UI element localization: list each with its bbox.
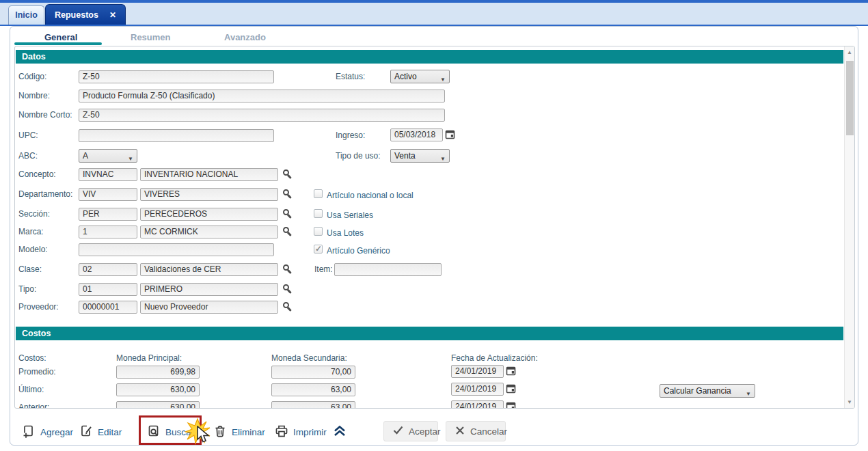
tab-strip [0,0,868,26]
concepto-label: Concepto: [18,169,56,179]
concepto-desc-input[interactable]: INVENTARIO NACIONAL [140,168,278,181]
ingreso-date-input[interactable]: 05/03/2018 [390,128,443,141]
usa-seriales-label: Usa Seriales [327,210,373,220]
concepto-code-input[interactable]: INVNAC [79,168,137,181]
upc-label: UPC: [18,131,38,140]
promedio-label: Promedio: [18,367,56,377]
tab-general[interactable]: General [44,32,77,42]
section-header-costos: Costos [16,327,843,340]
anterior-label: Anterior: [18,402,49,409]
app-window: Inicio Repuestos ✕ General Resumen Avanz… [0,0,868,451]
promedio-principal-input[interactable]: 699,98 [116,366,200,379]
usa-seriales-checkbox[interactable] [314,209,323,218]
promedio-secundaria-input[interactable]: 70,00 [271,366,355,379]
clase-desc-input[interactable]: Validaciones de CER [140,263,278,276]
ultimo-secundaria-input[interactable]: 63,00 [271,383,355,396]
scroll-up-icon[interactable]: ▲ [845,49,854,55]
eliminar-label: Eliminar [232,427,265,437]
cancelar-button[interactable]: Cancelar [446,421,506,441]
scrollbar-thumb[interactable] [846,61,854,135]
anterior-principal-input[interactable]: 630,00 [116,401,200,409]
agregar-label: Agregar [40,427,73,437]
collapse-toolbar-button[interactable] [331,420,348,443]
proveedor-code-input[interactable]: 00000001 [79,301,137,314]
clase-code-input[interactable]: 02 [79,263,137,276]
calendar-icon[interactable] [506,383,516,396]
departamento-desc-input[interactable]: VIVERES [140,188,278,201]
repuestos-panel: General Resumen Avanzado Datos Código: Z… [10,26,858,446]
close-icon[interactable]: ✕ [109,10,116,20]
search-icon[interactable] [283,284,289,290]
modelo-label: Modelo: [18,245,48,254]
calcular-ganancia-select[interactable]: Calcular Ganancia [660,384,755,398]
active-tab-underline [14,42,102,45]
tab-resumen[interactable]: Resumen [131,32,171,42]
seccion-code-input[interactable]: PER [79,208,137,221]
anterior-fecha-input[interactable]: 24/01/2019 [451,400,504,409]
proveedor-desc-input[interactable]: Nuevo Proveedor [140,301,278,314]
seccion-label: Sección: [18,209,50,219]
tab-inicio[interactable]: Inicio [8,5,44,25]
nombre-label: Nombre: [18,91,50,100]
vertical-scrollbar[interactable]: ▲ ▼ [844,46,854,408]
imprimir-label: Imprimir [293,427,327,437]
aceptar-button[interactable]: Aceptar [383,421,438,441]
x-icon [455,426,465,437]
proveedor-label: Proveedor: [18,302,59,312]
calendar-icon[interactable] [445,129,455,142]
tab-repuestos[interactable]: Repuestos ✕ [45,4,126,25]
item-input[interactable] [334,263,442,276]
form-scroll-area: Datos Código: Z-50 Estatus: Activo Nombr… [14,46,855,409]
search-icon[interactable] [283,209,289,215]
estatus-select[interactable]: Activo [390,70,450,83]
codigo-label: Código: [18,72,46,81]
check-icon [393,426,403,437]
scroll-down-icon[interactable]: ▼ [845,399,854,405]
codigo-input[interactable]: Z-50 [79,70,274,83]
seccion-desc-input[interactable]: PERECEDEROS [140,208,278,221]
search-icon[interactable] [283,302,289,308]
search-icon[interactable] [283,227,289,233]
tipo-code-input[interactable]: 01 [79,283,137,296]
departamento-code-input[interactable]: VIV [79,188,137,201]
tipo-de-uso-label: Tipo de uso: [336,151,381,161]
promedio-fecha-input[interactable]: 24/01/2019 [451,365,504,378]
marca-label: Marca: [18,227,44,236]
cancelar-label: Cancelar [470,426,507,437]
marca-desc-input[interactable]: MC CORMICK [140,226,278,238]
calendar-icon[interactable] [506,401,516,409]
usa-lotes-checkbox[interactable] [314,227,323,236]
tipo-desc-input[interactable]: PRIMERO [140,283,278,296]
modelo-input[interactable] [79,243,274,256]
eliminar-button[interactable]: Eliminar [213,420,265,443]
anterior-secundaria-input[interactable]: 63,00 [271,401,355,409]
double-chevron-up-icon [331,424,348,441]
articulo-nacional-checkbox[interactable] [314,189,323,198]
tipo-de-uso-select[interactable]: Venta [390,149,450,163]
estatus-label: Estatus: [336,72,365,81]
tab-avanzado[interactable]: Avanzado [224,32,266,42]
ingreso-label: Ingreso: [336,131,365,140]
calendar-icon[interactable] [506,366,516,379]
mouse-cursor-icon [195,426,210,448]
editar-button[interactable]: Editar [79,420,122,443]
search-icon[interactable] [283,169,289,176]
ultimo-fecha-input[interactable]: 24/01/2019 [451,383,504,396]
nombre-input[interactable]: Producto Formula Z-50 (Clasificado) [79,90,445,102]
costos-col-label: Costos: [18,353,46,363]
ultimo-principal-input[interactable]: 630,00 [116,383,200,396]
abc-select[interactable]: A [79,149,137,163]
nombre-corto-input[interactable]: Z-50 [79,109,445,122]
section-header-datos: Datos [16,50,843,64]
search-icon[interactable] [283,189,289,195]
agregar-button[interactable]: Agregar [21,420,73,443]
search-icon[interactable] [283,264,289,271]
tipo-label: Tipo: [18,284,36,294]
imprimir-button[interactable]: Imprimir [274,420,327,443]
ultimo-label: Último: [18,385,44,394]
departamento-label: Departamento: [18,189,72,199]
articulo-generico-checkbox[interactable] [314,245,323,254]
aceptar-label: Aceptar [409,426,441,437]
marca-code-input[interactable]: 1 [79,226,137,238]
upc-input[interactable] [79,129,274,142]
